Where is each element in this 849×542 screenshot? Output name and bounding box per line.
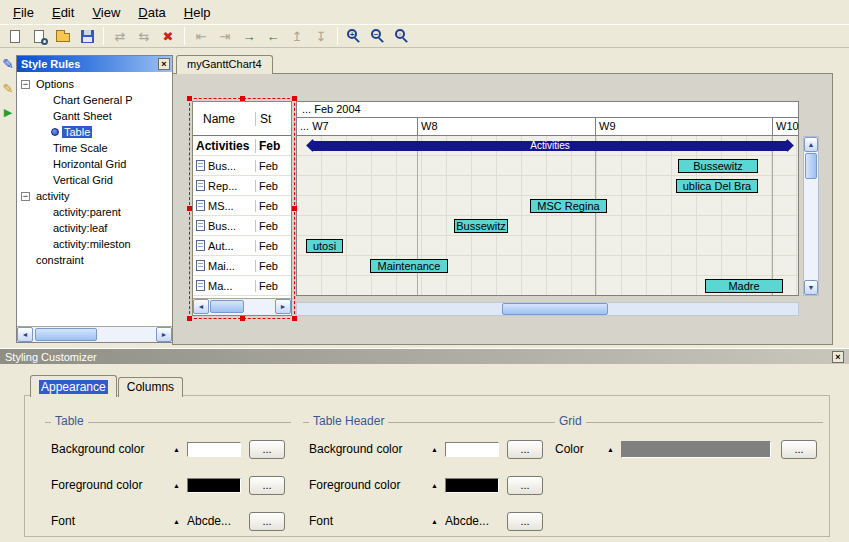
tree-item-vertical-grid[interactable]: Vertical Grid [17,172,172,188]
summary-bar-activities[interactable]: Activities [312,141,788,151]
table-row-ms[interactable]: MS...Feb [193,196,291,216]
save-icon[interactable] [76,26,98,46]
table-header-background-color-ellipsis-button[interactable]: ... [507,440,543,459]
tree-item-chart-general-p[interactable]: Chart General P [17,92,172,108]
property-label: Font [51,514,173,528]
tree-item-time-scale[interactable]: Time Scale [17,140,172,156]
week-gridline [772,136,773,295]
activity-bar-msc-regina[interactable]: MSC Regina [530,199,607,213]
gantt-vscrollbar[interactable]: ▲ ▼ [803,136,819,296]
new-document-icon[interactable] [4,26,26,46]
activity-bar-utosi[interactable]: utosi [306,239,343,253]
scroll-right-arrow-icon[interactable]: ► [156,327,172,342]
tab-columns[interactable]: Columns [118,377,183,397]
row-name-cell: MS... [193,200,255,212]
activity-bar-bussewitz[interactable]: Bussewitz [454,219,508,233]
toolbar-separator [103,27,104,45]
table-row-activities[interactable]: ActivitiesFeb [193,136,291,156]
tree-item-horizontal-grid[interactable]: Horizontal Grid [17,156,172,172]
activity-bar-bussewitz[interactable]: Bussewitz [678,159,758,173]
table-row-rep[interactable]: Rep...Feb [193,176,291,196]
column-header-start[interactable]: St [255,112,291,126]
zoom-window-icon[interactable]: ▫ [391,26,413,46]
tab-appearance[interactable]: Appearance [30,375,117,397]
grid-color-ellipsis-button[interactable]: ... [781,440,817,459]
scroll-left-arrow-icon[interactable]: ◄ [193,299,209,314]
tree-item-activity-mileston[interactable]: activity:mileston [17,236,172,252]
selection-handle[interactable] [240,316,245,321]
find-icon[interactable] [28,26,50,46]
row-start-cell: Feb [255,260,291,272]
style-brush-icon[interactable]: ✎ [1,56,16,72]
tree-item-gantt-sheet[interactable]: Gantt Sheet [17,108,172,124]
tab-myganttchart4[interactable]: myGanttChart4 [176,55,273,74]
menu-edit[interactable]: Edit [43,2,83,23]
table-row-bus[interactable]: Bus...Feb [193,156,291,176]
table-background-color-ellipsis-button[interactable]: ... [249,440,285,459]
style-rules-hscroll-thumb[interactable] [35,328,97,341]
link-icon[interactable]: ⇄ [109,26,131,46]
tree-item-activity[interactable]: −activity [17,188,172,204]
gantt-vscroll-thumb[interactable] [805,153,817,179]
activity-bar-ublica-del-bra[interactable]: ublica Del Bra [676,179,758,193]
collapse-icon[interactable]: − [21,80,30,89]
style-rules-hscrollbar[interactable]: ◄ ► [17,326,172,342]
scroll-down-arrow-icon[interactable]: ▼ [804,280,818,295]
table-foreground-color-ellipsis-button[interactable]: ... [249,476,285,495]
demote-icon[interactable]: ⇥ [214,26,236,46]
menu-data[interactable]: Data [129,2,174,23]
table-row-aut[interactable]: Aut...Feb [193,236,291,256]
scroll-up-arrow-icon[interactable]: ▲ [804,137,818,152]
run-icon[interactable]: ▶ [1,104,16,120]
toolbar-separator [184,27,185,45]
menu-view[interactable]: View [83,2,129,23]
collapse-icon[interactable]: − [21,192,30,201]
zoom-in-icon[interactable]: + [343,26,365,46]
tree-item-table[interactable]: Table [17,124,172,140]
selection-handle[interactable] [292,316,297,321]
import-icon[interactable]: ↧ [310,26,332,46]
zoom-out-icon[interactable]: − [367,26,389,46]
export-icon[interactable]: ↥ [286,26,308,46]
activity-bar-maintenance[interactable]: Maintenance [370,259,448,273]
table-row-bus[interactable]: Bus...Feb [193,216,291,236]
activity-document-icon [196,260,205,271]
close-icon[interactable]: × [832,351,844,363]
edit-pen-icon[interactable]: ✎ [1,80,16,96]
unlink-icon[interactable]: ⇆ [133,26,155,46]
row-name-cell: Bus... [193,160,255,172]
gantt-hscrollbar[interactable] [296,302,799,316]
tree-item-activity-parent[interactable]: activity:parent [17,204,172,220]
activity-bar-madre[interactable]: Madre [705,279,783,293]
property-label: Color [555,442,607,456]
gantt-hscroll-thumb[interactable] [502,303,608,315]
indent-icon[interactable]: → [238,26,260,46]
font-preview-value: Abcde... [187,514,241,528]
promote-icon[interactable]: ⇤ [190,26,212,46]
column-header-name[interactable]: Name [193,112,255,126]
property-row-table-header-foreground-color: Foreground color▲... [303,467,549,503]
table-font-ellipsis-button[interactable]: ... [249,512,285,531]
menu-file[interactable]: File [4,2,43,23]
table-row-ma[interactable]: Ma...Feb [193,276,291,296]
tree-item-activity-leaf[interactable]: activity:leaf [17,220,172,236]
gantt-table[interactable]: Name St ActivitiesFebBus...FebRep...FebM… [192,101,292,316]
scroll-left-arrow-icon[interactable]: ◄ [17,327,33,342]
menu-help[interactable]: Help [175,2,220,23]
table-header-font-ellipsis-button[interactable]: ... [507,512,543,531]
table-hscroll-thumb[interactable] [210,300,244,313]
table-row-mai[interactable]: Mai...Feb [193,256,291,276]
tree-item-options[interactable]: −Options [17,76,172,92]
close-icon[interactable]: × [158,58,170,70]
delete-icon[interactable]: ✖ [157,26,179,46]
table-header-foreground-color-ellipsis-button[interactable]: ... [507,476,543,495]
selection-handle[interactable] [187,316,192,321]
tree-item-label: activity:parent [51,206,123,218]
table-hscrollbar[interactable]: ◄ ► [193,298,291,315]
open-icon[interactable] [52,26,74,46]
tree-item-constraint[interactable]: constraint [17,252,172,268]
property-row-grid-color: Color▲... [549,431,823,467]
outdent-icon[interactable]: ← [262,26,284,46]
scroll-right-arrow-icon[interactable]: ► [275,299,291,314]
activity-document-icon [196,240,205,251]
